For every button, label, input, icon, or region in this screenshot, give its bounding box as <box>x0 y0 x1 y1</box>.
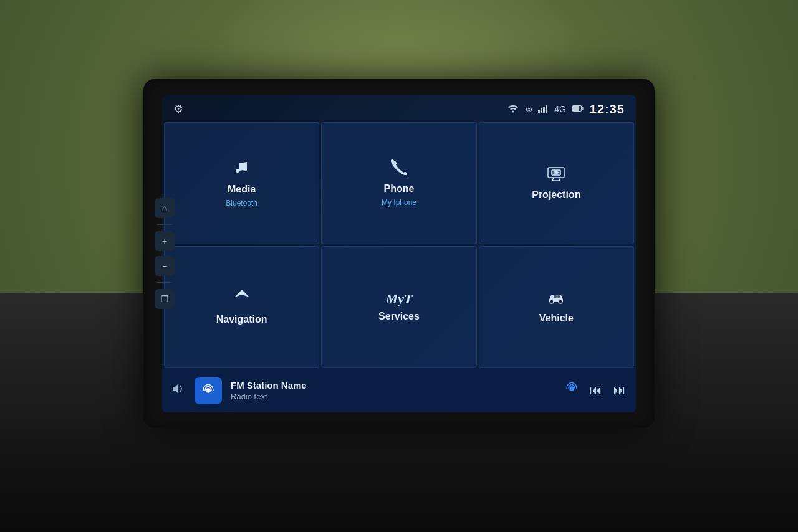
signal-icon <box>538 104 548 115</box>
settings-icon[interactable]: ⚙ <box>173 102 183 116</box>
volume-down-button[interactable]: − <box>155 256 175 276</box>
svg-point-9 <box>550 300 554 303</box>
media-tile[interactable]: Media Bluetooth <box>164 122 319 244</box>
navigation-label: Navigation <box>216 314 267 325</box>
station-name: FM Station Name <box>231 380 556 391</box>
status-bar: ∞ 4G 12:35 <box>507 102 625 116</box>
4g-label: 4G <box>554 104 566 114</box>
media-label: Media <box>228 184 256 195</box>
vehicle-icon <box>546 290 567 309</box>
phone-icon <box>391 159 407 179</box>
layers-button[interactable]: ❐ <box>155 289 175 309</box>
top-bar: ⚙ ∞ <box>162 95 636 122</box>
navigation-icon <box>233 288 251 310</box>
vehicle-label: Vehicle <box>539 313 574 324</box>
phone-tile[interactable]: Phone My Iphone <box>321 122 476 244</box>
svg-rect-1 <box>538 110 540 113</box>
divider-1 <box>157 224 172 225</box>
projection-label: Projection <box>532 189 580 201</box>
svg-rect-4 <box>546 105 547 113</box>
svg-point-0 <box>512 110 514 112</box>
infinity-icon: ∞ <box>526 104 532 114</box>
projection-tile[interactable]: Projection <box>479 122 634 244</box>
myt-logo: MyT <box>386 291 413 307</box>
services-label: Services <box>378 311 420 322</box>
next-button[interactable]: ⏭ <box>613 383 626 397</box>
phone-sublabel: My Iphone <box>382 198 416 207</box>
svg-point-10 <box>559 300 562 303</box>
svg-rect-2 <box>541 108 542 113</box>
svg-point-13 <box>206 389 210 392</box>
prev-button[interactable]: ⏮ <box>590 383 602 397</box>
svg-rect-6 <box>573 107 579 111</box>
volume-up-button[interactable]: + <box>155 231 175 251</box>
svg-point-14 <box>570 387 574 391</box>
screen-bezel: ⌂ + − ❐ ⚙ ∞ <box>143 79 655 428</box>
divider-2 <box>157 282 172 283</box>
radio-icon-button[interactable] <box>195 377 222 404</box>
side-controls: ⌂ + − ❐ <box>155 198 175 309</box>
wifi-icon <box>507 104 519 115</box>
radio-text: Radio text <box>231 392 556 401</box>
main-screen: ⚙ ∞ <box>162 95 636 412</box>
media-bar: FM Station Name Radio text ⏮ ⏭ <box>162 368 636 412</box>
projection-icon <box>547 165 565 186</box>
vehicle-tile[interactable]: Vehicle <box>479 246 634 368</box>
radio-active-icon[interactable] <box>565 382 579 399</box>
services-tile[interactable]: MyT Services <box>321 246 476 368</box>
svg-rect-12 <box>557 295 560 298</box>
svg-rect-11 <box>554 295 557 298</box>
time-display: 12:35 <box>590 102 625 116</box>
phone-label: Phone <box>384 183 415 194</box>
media-controls: ⏮ ⏭ <box>565 382 626 399</box>
media-sublabel: Bluetooth <box>226 199 257 207</box>
app-grid: Media Bluetooth Phone My Iphone <box>162 122 636 368</box>
music-icon <box>233 158 251 180</box>
battery-icon <box>572 104 584 114</box>
navigation-tile[interactable]: Navigation <box>164 246 319 368</box>
media-info: FM Station Name Radio text <box>231 380 556 401</box>
svg-rect-3 <box>543 107 545 113</box>
volume-icon[interactable] <box>172 383 186 397</box>
home-button[interactable]: ⌂ <box>155 198 175 218</box>
